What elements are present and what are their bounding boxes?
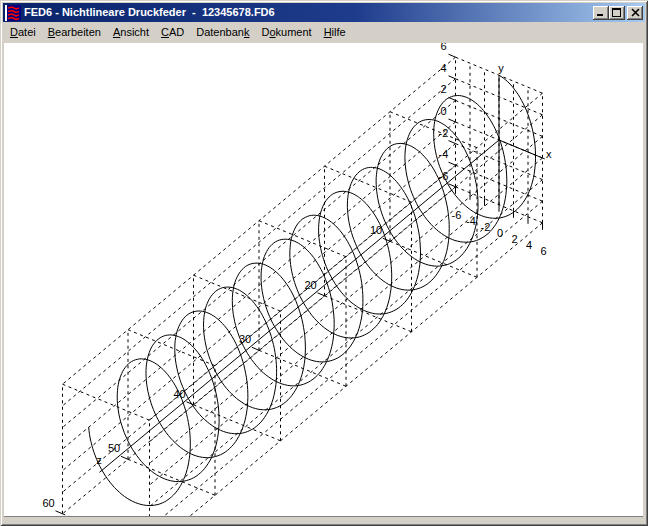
- svg-text:-2: -2: [439, 127, 449, 139]
- close-button[interactable]: [627, 6, 643, 20]
- menu-item-datei[interactable]: Datei: [4, 23, 42, 42]
- axes: [56, 54, 545, 514]
- menu-item-hilfe[interactable]: Hilfe: [318, 23, 352, 42]
- app-window: FED6 - Nichtlineare Druckfeder - 1234567…: [0, 0, 648, 526]
- menu-item-datenbank[interactable]: Datenbank: [190, 23, 255, 42]
- svg-text:0: 0: [440, 105, 446, 117]
- svg-text:30: 30: [239, 333, 251, 345]
- menu-bar: DateiBearbeitenAnsichtCADDatenbankDokume…: [4, 22, 644, 42]
- tick-labels: -6-4-20246-6-4-20246102030405060yxz: [42, 43, 552, 509]
- svg-text:-4: -4: [466, 215, 476, 227]
- svg-text:6: 6: [540, 245, 546, 257]
- minimize-button[interactable]: [593, 6, 609, 20]
- svg-text:x: x: [546, 148, 552, 160]
- svg-text:2: 2: [511, 233, 517, 245]
- grid-lines: [63, 57, 543, 516]
- maximize-button[interactable]: [609, 6, 625, 20]
- svg-text:4: 4: [440, 62, 446, 74]
- menu-item-bearbeiten[interactable]: Bearbeiten: [42, 23, 107, 42]
- svg-text:y: y: [498, 62, 504, 74]
- svg-text:4: 4: [526, 239, 532, 251]
- close-icon: [631, 8, 640, 17]
- svg-text:10: 10: [370, 224, 382, 236]
- window-controls: [593, 6, 643, 20]
- svg-text:2: 2: [440, 83, 446, 95]
- client-area: -6-4-20246-6-4-20246102030405060yxz: [4, 43, 643, 517]
- title-bar[interactable]: FED6 - Nichtlineare Druckfeder - 1234567…: [3, 3, 645, 22]
- minimize-icon: [596, 8, 606, 17]
- menu-item-cad[interactable]: CAD: [155, 23, 190, 42]
- svg-text:50: 50: [108, 442, 120, 454]
- svg-text:-6: -6: [452, 209, 462, 221]
- svg-text:6: 6: [440, 43, 446, 52]
- spring-zigzag-icon[interactable]: [5, 5, 21, 21]
- svg-text:60: 60: [42, 497, 54, 509]
- svg-text:-2: -2: [481, 221, 491, 233]
- spring-3d-plot: -6-4-20246-6-4-20246102030405060yxz: [4, 43, 643, 516]
- svg-text:0: 0: [497, 227, 503, 239]
- menu-item-dokument[interactable]: Dokument: [255, 23, 317, 42]
- svg-text:-6: -6: [439, 170, 449, 182]
- window-title: FED6 - Nichtlineare Druckfeder - 1234567…: [24, 3, 593, 22]
- svg-text:-4: -4: [439, 148, 449, 160]
- maximize-icon: [612, 8, 622, 17]
- svg-text:40: 40: [173, 388, 185, 400]
- svg-text:z: z: [96, 454, 102, 466]
- svg-text:20: 20: [304, 279, 316, 291]
- menu-item-ansicht[interactable]: Ansicht: [107, 23, 155, 42]
